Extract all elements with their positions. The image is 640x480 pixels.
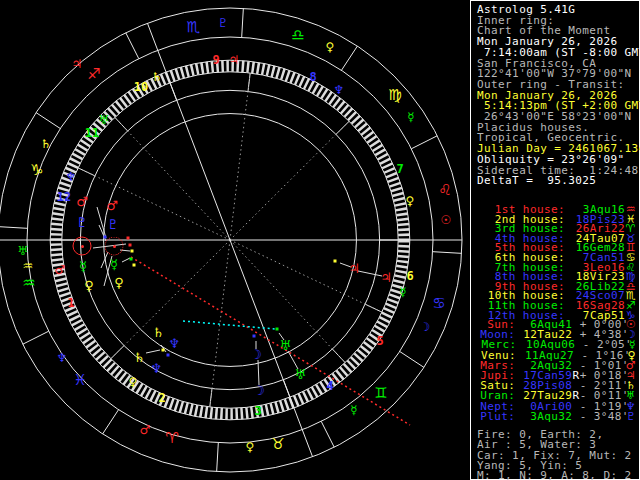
inner-ring-jupiter-icon: ♃ — [348, 262, 360, 275]
venus-icon: ♀ — [246, 441, 255, 453]
house-number: 6 — [406, 269, 413, 283]
leo-icon: ♌ — [438, 183, 451, 198]
aquarius-icon: ♒ — [22, 276, 35, 291]
astrolog-window: ♏♎♍♌♋♊♉♈♓♒♑♐123456789101112♇♀☿♀☉☿☽☿♀♆♃♄♃… — [0, 0, 640, 480]
virgo-icon: ♍ — [388, 88, 401, 103]
planet-position: 3Aqu32 — [515, 412, 572, 422]
info-panel: Astrolog 5.41GInner ring:Chart of the Mo… — [470, 0, 640, 480]
jupiter-icon: ♃ — [229, 54, 240, 66]
outer-ring-jupiter-icon: ♃ — [380, 271, 392, 284]
position-dot — [133, 264, 136, 267]
position-dot — [130, 258, 133, 261]
position-dot — [162, 349, 165, 352]
inner-ring-pluto-icon: ♇ — [107, 218, 119, 231]
saturn-icon: ♄ — [41, 138, 52, 150]
planet-icon: ♇ — [626, 412, 636, 422]
outer-ring-moon-icon: ☽ — [253, 384, 265, 397]
mars-icon: ♂ — [140, 424, 151, 436]
saturn-icon: ♄ — [152, 71, 163, 83]
retrograde-flag — [572, 320, 579, 330]
position-dot — [167, 354, 170, 357]
inner-ring-uranus-icon: ♅ — [279, 339, 291, 352]
taurus-icon: ♉ — [271, 437, 284, 452]
pisces-icon: ♓ — [73, 373, 86, 388]
retrograde-flag — [572, 402, 579, 412]
inner-ring-sun-icon — [105, 237, 124, 256]
sun-icon: ☉ — [441, 214, 452, 226]
venus-icon: ♀ — [129, 376, 138, 388]
house-number: 5 — [376, 334, 383, 348]
venus-icon: ♀ — [406, 195, 415, 207]
capricorn-icon: ♑ — [30, 163, 43, 178]
aquarius-small-icon: ♒ — [23, 260, 34, 272]
libra-icon: ♎ — [291, 28, 304, 43]
venus-icon: ♀ — [326, 41, 335, 53]
outer-ring-mercury-icon: ☿ — [79, 260, 87, 273]
position-dot — [253, 335, 256, 338]
outer-ring-neptune-icon: ♆ — [150, 362, 162, 375]
uranus-icon: ♅ — [18, 245, 29, 257]
inner-ring-mars-icon: ♂ — [106, 199, 118, 212]
position-dot — [129, 244, 132, 247]
gemini-icon: ♊ — [374, 386, 387, 401]
mercury-icon: ☿ — [399, 286, 406, 298]
pluto-icon: ♇ — [218, 17, 229, 29]
chart-wheel: ♏♎♍♌♋♊♉♈♓♒♑♐123456789101112♇♀☿♀☉☿☽☿♀♆♃♄♃… — [0, 0, 470, 480]
mercury-icon: ☿ — [350, 404, 357, 416]
house-number: 4 — [326, 379, 333, 393]
position-dot — [334, 260, 337, 263]
scorpio-icon: ♏ — [186, 20, 199, 35]
mars-icon: ♂ — [55, 264, 66, 276]
house-number: 9 — [212, 53, 219, 67]
outer-ring-mars-icon: ♂ — [76, 195, 88, 208]
retrograde-flag: R — [572, 391, 579, 401]
inner-ring-venus-icon: ♀ — [114, 276, 124, 289]
neptune-icon: ♆ — [334, 84, 345, 96]
wheel-lines — [0, 0, 470, 480]
outer-ring-saturn-icon: ♄ — [133, 351, 145, 364]
cancer-icon: ♋ — [432, 296, 445, 311]
inner-ring-mercury-icon: ☿ — [110, 258, 118, 271]
planet-velocity: - 3°48' — [580, 412, 626, 422]
jupiter-icon: ♃ — [72, 58, 83, 70]
position-dot — [127, 237, 130, 240]
retrograde-flag — [572, 412, 579, 422]
uranus-icon: ♅ — [99, 114, 110, 126]
stats-line: M: 1, N: 9, A: 8, D: 2 — [477, 470, 637, 480]
house-number: 1 — [67, 296, 74, 310]
house-number: 3 — [254, 404, 261, 418]
house-number: 11 — [85, 126, 99, 140]
neptune-icon: ♆ — [66, 171, 77, 183]
moon-icon: ☽ — [420, 321, 431, 333]
inner-ring-neptune-icon: ♆ — [168, 337, 180, 350]
outer-ring-uranus-icon: ♅ — [294, 368, 306, 381]
sagittarius-icon: ♐ — [87, 67, 100, 82]
retrograde-flag: R — [572, 371, 579, 381]
position-dot — [104, 236, 107, 239]
house-number: 7 — [396, 162, 403, 176]
mercury-icon: ☿ — [407, 111, 414, 123]
neptune-icon: ♆ — [57, 352, 68, 364]
inner-ring-moon-icon: ☽ — [250, 348, 262, 361]
outer-ring-venus-icon: ♀ — [84, 279, 94, 292]
house-number: 2 — [158, 391, 165, 405]
outer-ring-pluto-icon: ♇ — [76, 216, 88, 229]
house-number: 12 — [57, 190, 71, 204]
planet-label: Plut: — [473, 412, 515, 422]
planet-row: Plut:3Aqu32- 3°48'♇ — [473, 412, 636, 422]
outer-ring-sun-icon — [73, 237, 92, 256]
house-number: 8 — [309, 70, 316, 84]
aries-icon: ♈ — [165, 431, 178, 446]
inner-ring-saturn-icon: ♄ — [152, 326, 164, 339]
panel-header-line: DeltaT = 95.3025 — [477, 175, 637, 186]
position-dot — [276, 328, 279, 331]
house-number: 10 — [134, 80, 148, 94]
position-dot — [131, 250, 134, 253]
